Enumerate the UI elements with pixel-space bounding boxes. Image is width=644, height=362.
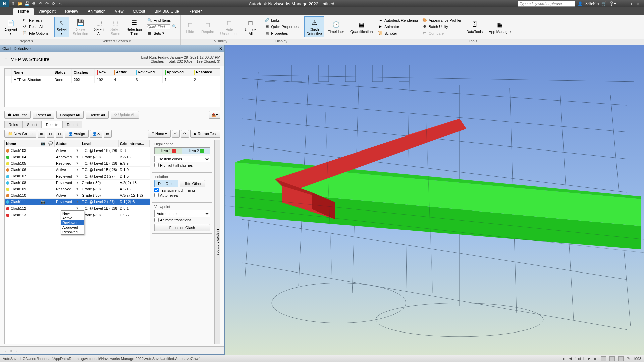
pointer-icon[interactable]: ↖ bbox=[58, 1, 63, 6]
hide-unselected-button[interactable]: ◻Hide Unselected bbox=[218, 16, 241, 37]
tab-viewpoint[interactable]: Viewpoint bbox=[34, 8, 60, 15]
display-mode-3-icon[interactable] bbox=[618, 356, 624, 361]
rerun-test-button[interactable]: ▶ Re-run Test bbox=[190, 130, 220, 138]
clash-row[interactable]: Clash110Active▼Grade (-30)A.3(2)-12.1(2) bbox=[5, 192, 150, 198]
compare-button[interactable]: ⇄Compare bbox=[421, 30, 463, 36]
status-option-approved[interactable]: Approved bbox=[61, 225, 84, 230]
save-icon[interactable]: 💾 bbox=[24, 1, 30, 6]
clash-row[interactable]: Clash106Active▼T.C. @ Level 1B (-28)D.1-… bbox=[5, 167, 150, 173]
collapse-icon[interactable]: ⌃ bbox=[4, 57, 8, 61]
clash-detective-button[interactable]: ⚠Clash Detective bbox=[304, 16, 324, 37]
nav-first-icon[interactable]: ⏮ bbox=[562, 357, 566, 361]
quantification-button[interactable]: ▦Quantification bbox=[348, 18, 375, 35]
tab-home[interactable]: Home bbox=[13, 8, 34, 15]
explode-button[interactable]: ⊡ bbox=[56, 130, 63, 138]
maximize-button[interactable]: ◻ bbox=[627, 1, 634, 6]
add-test-button[interactable]: 🞦 Add Test bbox=[4, 111, 31, 119]
auto-reveal-checkbox[interactable]: Auto reveal bbox=[154, 193, 210, 197]
signin-icon[interactable]: 👤 bbox=[578, 1, 583, 6]
animate-transitions-checkbox[interactable]: Animate transitions bbox=[154, 218, 210, 222]
search-icon[interactable]: 🔍 bbox=[172, 24, 177, 29]
status-option-active[interactable]: Active bbox=[61, 216, 84, 220]
selection-tree-button[interactable]: ☰Selection Tree bbox=[124, 16, 144, 37]
sets-button[interactable]: ▦Sets ▾ bbox=[146, 30, 178, 36]
filter-none-button[interactable]: ⚲ None ▾ bbox=[148, 130, 171, 138]
viewpoint-mode-select[interactable]: Auto-update bbox=[154, 210, 210, 217]
unhide-all-button[interactable]: ◻Unhide All bbox=[242, 16, 259, 37]
links-button[interactable]: 🔗Links bbox=[263, 17, 300, 23]
clash-row[interactable]: Clash107Reviewed▼T.C. @ Level 2 (-27)D.1… bbox=[5, 173, 150, 179]
status-option-new[interactable]: New bbox=[61, 211, 84, 216]
hide-button[interactable]: ◻Hide bbox=[183, 18, 198, 35]
filter-button[interactable]: ▭ bbox=[104, 130, 112, 138]
test-row[interactable]: MEP vs Structure Done 202 192 4 3 1 2 bbox=[5, 76, 220, 83]
import-export-button[interactable]: 📥▾ bbox=[209, 111, 220, 119]
appearance-profiler-button[interactable]: 🎨Appearance Profiler bbox=[421, 17, 463, 23]
app-manager-button[interactable]: ▦App Manager bbox=[486, 18, 513, 35]
help-search-input[interactable] bbox=[518, 1, 575, 7]
unassign-button[interactable]: 👤✕ bbox=[90, 130, 102, 138]
dim-other-button[interactable]: Dim Other bbox=[154, 180, 178, 187]
status-option-reviewed[interactable]: Reviewed bbox=[61, 220, 84, 225]
tab-review[interactable]: Review bbox=[60, 8, 83, 15]
display-mode-1-icon[interactable] bbox=[601, 356, 606, 361]
batch-utility-button[interactable]: ⚙Batch Utility bbox=[421, 24, 463, 30]
animator-button[interactable]: ▶Animator bbox=[376, 24, 419, 30]
prev-button[interactable]: ↶ bbox=[172, 130, 180, 138]
3d-viewport[interactable] bbox=[225, 45, 644, 355]
file-options-button[interactable]: 📋File Options bbox=[21, 30, 50, 36]
nav-prev-icon[interactable]: ◀ bbox=[569, 356, 572, 361]
cart-icon[interactable]: 🛒 bbox=[601, 1, 606, 6]
use-colors-select[interactable]: Use item colors bbox=[154, 156, 210, 162]
display-mode-2-icon[interactable] bbox=[609, 356, 615, 361]
highlight-all-checkbox[interactable]: Highlight all clashes bbox=[154, 163, 210, 167]
assign-button[interactable]: 👤 Assign bbox=[65, 130, 89, 138]
timeliner-button[interactable]: 🕒TimeLiner bbox=[326, 18, 347, 35]
group-button[interactable]: ⊞ bbox=[38, 130, 45, 138]
quick-properties-button[interactable]: ▤Quick Properties bbox=[263, 24, 300, 30]
datatools-button[interactable]: 🗄DataTools bbox=[464, 18, 485, 35]
clash-row[interactable]: Clash109Resolved▼Grade (-30)A.2-13 bbox=[5, 186, 150, 192]
append-button[interactable]: 📄Append▼ bbox=[2, 17, 19, 37]
clash-row[interactable]: Clash108Reviewed▼Grade (-30)A.2(-2)-13 bbox=[5, 179, 150, 186]
nav-next-icon[interactable]: ▶ bbox=[588, 356, 590, 361]
tab-output[interactable]: Output bbox=[128, 8, 150, 15]
undo-icon[interactable]: ↶ bbox=[38, 1, 43, 6]
select-same-button[interactable]: ⬚Select Same bbox=[108, 16, 123, 37]
subtab-report[interactable]: Report bbox=[62, 121, 82, 128]
clash-row[interactable]: Clash111📷Reviewed▼T.C. @ Level 2 (-27)D.… bbox=[5, 198, 150, 205]
clash-row[interactable]: Clash104Approved▼Grade (-30)B.3-13 bbox=[5, 154, 150, 160]
status-option-resolved[interactable]: Resolved bbox=[61, 230, 84, 234]
rendering-button[interactable]: ☁Autodesk Rendering bbox=[376, 17, 419, 23]
hide-other-button[interactable]: Hide Other bbox=[180, 180, 205, 187]
compact-all-button[interactable]: Compact All bbox=[56, 111, 84, 119]
refresh-icon[interactable]: ⟳ bbox=[51, 1, 56, 6]
reset-all-button[interactable]: Reset All bbox=[33, 111, 54, 119]
refresh-button[interactable]: ⟳Refresh bbox=[21, 17, 50, 23]
nav-last-icon[interactable]: ⏭ bbox=[594, 357, 597, 361]
select-button[interactable]: ↖Select▼ bbox=[54, 17, 69, 37]
print-icon[interactable]: 🖶 bbox=[31, 1, 36, 6]
subtab-rules[interactable]: Rules bbox=[4, 121, 22, 128]
help-icon[interactable]: ❔▾ bbox=[609, 1, 616, 6]
display-settings-tab[interactable]: Display Settings bbox=[214, 140, 220, 344]
items-expand-icon[interactable]: ⌄ bbox=[4, 348, 7, 353]
clash-row[interactable]: Clash103Active▼T.C. @ Level 1B (-29)D-3 bbox=[5, 147, 150, 154]
tab-render[interactable]: Render bbox=[184, 8, 206, 15]
properties-button[interactable]: ▤Properties bbox=[263, 30, 300, 36]
new-icon[interactable]: 🗎 bbox=[11, 1, 16, 6]
clash-row[interactable]: Clash105Resolved▼T.C. @ Level 1B (-28)E.… bbox=[5, 160, 150, 167]
quick-find-input[interactable]: 🔍 bbox=[146, 24, 178, 30]
scripter-button[interactable]: 📜Scripter bbox=[376, 30, 419, 36]
select-all-button[interactable]: ⬚Select All bbox=[92, 16, 107, 37]
ungroup-button[interactable]: ⊟ bbox=[47, 130, 54, 138]
save-selection-button[interactable]: 💾Save Selection bbox=[70, 16, 90, 37]
require-button[interactable]: ◻Require bbox=[199, 18, 217, 35]
new-group-button[interactable]: 📁 New Group bbox=[4, 130, 36, 138]
focus-on-clash-button[interactable]: Focus on Clash bbox=[154, 224, 210, 231]
pencil-icon[interactable]: ✎ bbox=[627, 356, 630, 361]
comment-col-icon[interactable]: 💬 bbox=[47, 140, 55, 147]
camera-col-icon[interactable]: 📷 bbox=[39, 140, 47, 147]
tab-animation[interactable]: Animation bbox=[83, 8, 110, 15]
delete-all-button[interactable]: Delete All bbox=[86, 111, 108, 119]
